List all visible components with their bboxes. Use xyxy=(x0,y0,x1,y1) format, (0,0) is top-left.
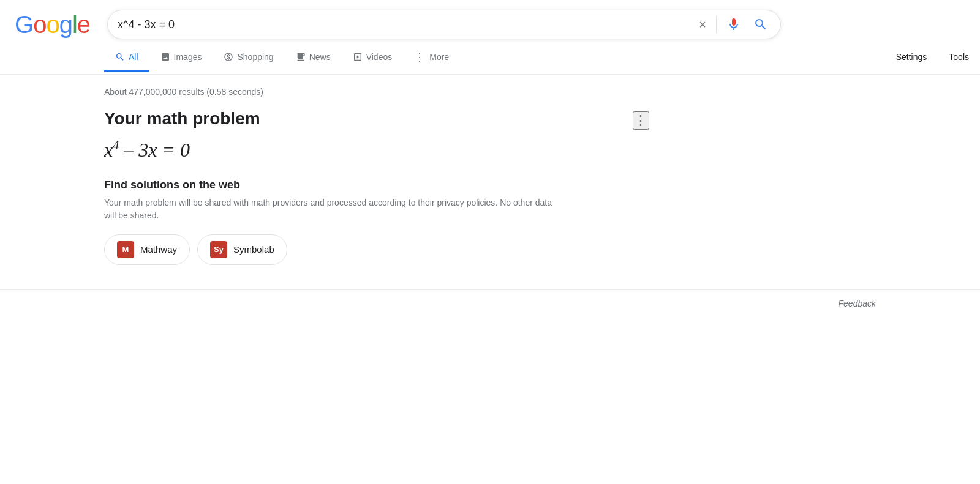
math-card-title: Your math problem xyxy=(104,109,625,128)
clear-button[interactable]: × xyxy=(696,16,709,33)
math-card: Your math problem ⋮ x4 – 3x = 0 Find sol… xyxy=(104,109,625,265)
header: Google × xyxy=(0,0,980,39)
math-equation: x4 – 3x = 0 xyxy=(104,138,625,162)
find-solutions-desc: Your math problem will be shared with ma… xyxy=(104,196,564,222)
more-dots-icon: ⋮ xyxy=(414,50,426,64)
nav-item-more[interactable]: ⋮ More xyxy=(403,42,460,74)
shopping-icon xyxy=(224,52,233,62)
mic-button[interactable] xyxy=(724,15,744,34)
search-bar-wrapper: × xyxy=(107,10,781,39)
search-icon xyxy=(753,17,768,32)
search-submit-button[interactable] xyxy=(751,15,771,34)
nav-label-news: News xyxy=(309,52,331,62)
math-card-menu-button[interactable]: ⋮ xyxy=(633,111,649,130)
google-logo[interactable]: Google xyxy=(15,11,90,39)
solver-buttons: M Mathway Sy Symbolab xyxy=(104,234,625,265)
news-icon xyxy=(296,52,306,62)
nav-label-settings: Settings xyxy=(896,52,927,62)
feedback-bar: Feedback xyxy=(0,289,980,317)
search-bar-actions: × xyxy=(696,15,771,34)
symbolab-button[interactable]: Sy Symbolab xyxy=(197,234,287,265)
mic-icon xyxy=(726,17,741,32)
mathway-logo: M xyxy=(117,241,134,258)
feedback-link[interactable]: Feedback xyxy=(839,299,876,308)
nav-settings-tools: Settings Tools xyxy=(885,43,980,72)
mathway-label: Mathway xyxy=(140,244,177,255)
nav-label-shopping: Shopping xyxy=(237,52,273,62)
nav-item-all[interactable]: All xyxy=(104,43,149,72)
symbolab-logo: Sy xyxy=(210,241,227,258)
search-bar: × xyxy=(107,10,781,39)
nav-item-settings[interactable]: Settings xyxy=(885,43,938,72)
nav-item-videos[interactable]: Videos xyxy=(342,43,404,72)
nav-label-more: More xyxy=(429,52,449,62)
find-solutions-header: Find solutions on the web xyxy=(104,179,625,192)
videos-icon xyxy=(353,52,363,62)
nav-item-news[interactable]: News xyxy=(285,43,342,72)
all-icon xyxy=(115,52,125,62)
search-input[interactable] xyxy=(118,18,696,31)
result-stats: About 477,000,000 results (0.58 seconds) xyxy=(104,87,876,97)
nav-items: All Images Shopping News Videos xyxy=(104,42,460,74)
nav-item-tools[interactable]: Tools xyxy=(938,43,980,72)
symbolab-label: Symbolab xyxy=(233,244,274,255)
nav-label-tools: Tools xyxy=(949,52,969,62)
nav-item-images[interactable]: Images xyxy=(149,43,213,72)
nav-label-videos: Videos xyxy=(366,52,393,62)
nav-bar: All Images Shopping News Videos xyxy=(0,42,980,75)
nav-label-all: All xyxy=(129,52,138,62)
search-divider xyxy=(716,16,717,33)
mathway-button[interactable]: M Mathway xyxy=(104,234,190,265)
images-icon xyxy=(160,52,170,62)
nav-label-images: Images xyxy=(174,52,202,62)
nav-item-shopping[interactable]: Shopping xyxy=(213,43,284,72)
main-content: About 477,000,000 results (0.58 seconds)… xyxy=(0,75,980,265)
